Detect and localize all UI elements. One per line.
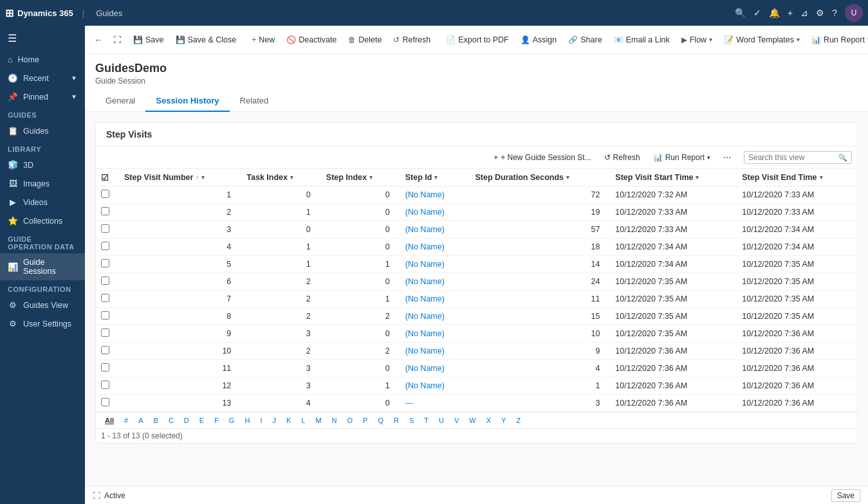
bell-icon[interactable]: 🔔 xyxy=(769,8,780,18)
cell-step-id[interactable]: (No Name) xyxy=(398,343,468,360)
sidebar-item-guides[interactable]: 📋 Guides xyxy=(0,122,85,140)
pagination-letter-z[interactable]: Z xyxy=(512,415,524,426)
delete-button[interactable]: 🗑 Delete xyxy=(343,33,387,47)
pagination-letter-a[interactable]: A xyxy=(134,415,147,426)
pagination-letter-p[interactable]: P xyxy=(359,415,371,426)
cell-step-id[interactable]: (No Name) xyxy=(398,291,468,308)
pagination-letter-w[interactable]: W xyxy=(465,415,479,426)
cell-step-id[interactable]: --- xyxy=(398,395,468,412)
assign-button[interactable]: 👤 Assign xyxy=(515,33,562,47)
col-end-time[interactable]: Step Visit End Time ▾ xyxy=(734,169,857,186)
plus-icon[interactable]: + xyxy=(788,8,793,18)
tab-session-history[interactable]: Session History xyxy=(145,91,229,112)
col-task-index[interactable]: Task Index ▾ xyxy=(239,169,319,186)
pagination-letter-u[interactable]: U xyxy=(435,415,448,426)
cell-step-id[interactable]: (No Name) xyxy=(398,221,468,239)
sidebar-item-videos[interactable]: ▶ Videos xyxy=(0,193,85,212)
row-checkbox[interactable] xyxy=(96,377,116,395)
settings-icon[interactable]: ⚙ xyxy=(816,8,824,18)
cell-step-id[interactable]: (No Name) xyxy=(398,239,468,256)
status-save-button[interactable]: Save xyxy=(831,489,860,502)
tab-related[interactable]: Related xyxy=(230,91,279,112)
help-icon[interactable]: ? xyxy=(832,8,837,18)
pagination-letter-h[interactable]: H xyxy=(241,415,254,426)
export-pdf-button[interactable]: 📄 Export to PDF xyxy=(441,33,514,47)
row-checkbox[interactable] xyxy=(96,308,116,325)
pagination-letter-r[interactable]: R xyxy=(390,415,403,426)
pagination-letter-#[interactable]: # xyxy=(120,415,132,426)
pagination-letter-n[interactable]: N xyxy=(328,415,341,426)
pagination-letter-i[interactable]: I xyxy=(256,415,266,426)
pagination-letter-m[interactable]: M xyxy=(311,415,325,426)
search-icon[interactable]: 🔍 xyxy=(735,8,746,18)
sidebar-item-3d[interactable]: 🧊 3D xyxy=(0,156,85,174)
pagination-letter-c[interactable]: C xyxy=(165,415,178,426)
pagination-letter-all[interactable]: All xyxy=(101,415,118,426)
pagination-letter-s[interactable]: S xyxy=(405,415,418,426)
sidebar-item-user-settings[interactable]: ⚙ User Settings xyxy=(0,314,85,333)
cell-step-id[interactable]: (No Name) xyxy=(398,325,468,343)
new-button[interactable]: + New xyxy=(246,33,280,47)
cell-step-id[interactable]: (No Name) xyxy=(398,256,468,273)
cell-step-id[interactable]: (No Name) xyxy=(398,204,468,221)
row-checkbox[interactable] xyxy=(96,343,116,360)
col-step-duration[interactable]: Step Duration Seconds ▾ xyxy=(467,169,607,186)
sidebar-item-images[interactable]: 🖼 Images xyxy=(0,174,85,193)
waffle-icon[interactable]: ⊞ xyxy=(5,7,14,19)
cell-step-id[interactable]: (No Name) xyxy=(398,360,468,377)
section-refresh-button[interactable]: ↺ Refresh xyxy=(599,150,645,165)
pagination-letter-q[interactable]: Q xyxy=(374,415,387,426)
app-logo[interactable]: ⊞ Dynamics 365 xyxy=(5,7,73,19)
new-guide-session-button[interactable]: + + New Guide Session St... xyxy=(488,150,596,165)
pagination-letter-o[interactable]: O xyxy=(344,415,357,426)
share-button[interactable]: 🔗 Share xyxy=(563,33,607,47)
pagination-letter-t[interactable]: T xyxy=(420,415,432,426)
row-checkbox[interactable] xyxy=(96,395,116,412)
pagination-letter-y[interactable]: Y xyxy=(497,415,510,426)
row-checkbox[interactable] xyxy=(96,221,116,239)
tab-general[interactable]: General xyxy=(95,91,145,112)
word-templates-button[interactable]: 📝 Word Templates ▾ xyxy=(719,33,805,47)
pagination-letter-f[interactable]: F xyxy=(210,415,223,426)
row-checkbox[interactable] xyxy=(96,360,116,377)
save-close-button[interactable]: 💾 Save & Close xyxy=(171,33,242,47)
run-report-button[interactable]: 📊 Run Report ▾ xyxy=(806,33,868,47)
deactivate-button[interactable]: 🚫 Deactivate xyxy=(281,33,342,47)
sidebar-item-recent[interactable]: 🕐 Recent ▼ xyxy=(0,69,85,87)
pagination-letter-k[interactable]: K xyxy=(282,415,295,426)
hamburger-icon[interactable]: ☰ xyxy=(0,26,85,51)
flow-button[interactable]: ▶ Flow ▾ xyxy=(676,33,717,47)
col-step-index[interactable]: Step Index ▾ xyxy=(319,169,398,186)
cell-step-id[interactable]: (No Name) xyxy=(398,308,468,325)
col-step-visit-number[interactable]: Step Visit Number ↑ ▾ xyxy=(116,169,239,186)
sidebar-item-collections[interactable]: ⭐ Collections xyxy=(0,212,85,230)
search-box[interactable]: 🔍 xyxy=(744,151,852,164)
sidebar-item-guides-view[interactable]: ⚙ Guides View xyxy=(0,296,85,314)
sidebar-item-home[interactable]: ⌂ Home xyxy=(0,51,85,69)
col-step-id[interactable]: Step Id ▾ xyxy=(398,169,468,186)
expand-icon[interactable]: ⛶ xyxy=(93,491,100,500)
pagination-letter-d[interactable]: D xyxy=(180,415,193,426)
pagination-letter-v[interactable]: V xyxy=(450,415,463,426)
pagination-letter-g[interactable]: G xyxy=(225,415,239,426)
row-checkbox[interactable] xyxy=(96,204,116,221)
search-input[interactable] xyxy=(748,153,838,162)
checkmark-icon[interactable]: ✓ xyxy=(753,8,761,18)
row-checkbox[interactable] xyxy=(96,186,116,204)
select-all-header[interactable]: ☑ xyxy=(96,169,116,186)
filter-icon[interactable]: ⊿ xyxy=(800,8,808,18)
pagination-letter-b[interactable]: B xyxy=(150,415,162,426)
row-checkbox[interactable] xyxy=(96,273,116,291)
back-button[interactable]: ← xyxy=(90,32,107,48)
pagination-letter-j[interactable]: J xyxy=(268,415,280,426)
row-checkbox[interactable] xyxy=(96,256,116,273)
cell-step-id[interactable]: (No Name) xyxy=(398,186,468,204)
row-checkbox[interactable] xyxy=(96,239,116,256)
maximize-button[interactable]: ⛶ xyxy=(108,33,127,47)
col-start-time[interactable]: Step Visit Start Time ▾ xyxy=(607,169,734,186)
sidebar-item-pinned[interactable]: 📌 Pinned ▼ xyxy=(0,87,85,106)
save-button[interactable]: 💾 Save xyxy=(128,33,169,47)
cell-step-id[interactable]: (No Name) xyxy=(398,273,468,291)
pagination-letter-e[interactable]: E xyxy=(196,415,208,426)
email-link-button[interactable]: 📧 Email a Link xyxy=(609,33,675,47)
